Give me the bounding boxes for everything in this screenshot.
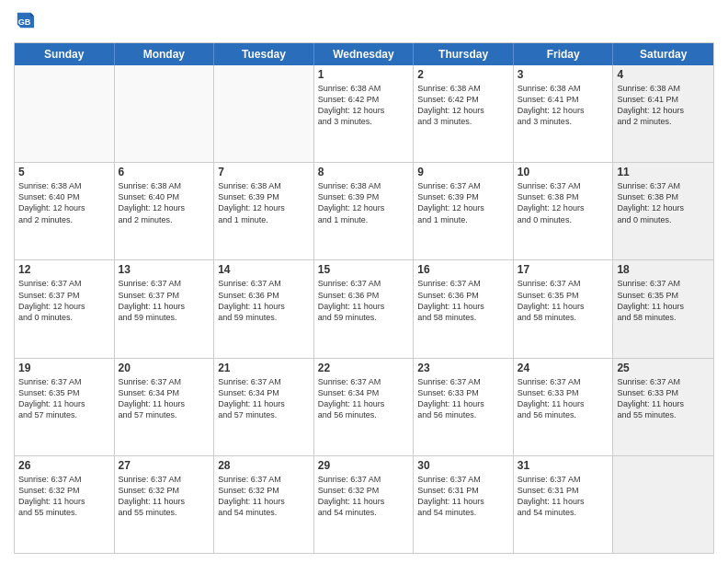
cal-cell: 10Sunrise: 6:37 AM Sunset: 6:38 PM Dayli… <box>514 163 614 259</box>
cal-cell <box>115 65 215 162</box>
cell-info: Sunrise: 6:38 AM Sunset: 6:42 PM Dayligh… <box>417 83 509 128</box>
cell-info: Sunrise: 6:38 AM Sunset: 6:40 PM Dayligh… <box>18 180 110 225</box>
cell-info: Sunrise: 6:37 AM Sunset: 6:39 PM Dayligh… <box>417 180 509 225</box>
cell-info: Sunrise: 6:37 AM Sunset: 6:36 PM Dayligh… <box>318 278 410 323</box>
header-day-monday: Monday <box>115 43 215 65</box>
day-number: 22 <box>318 362 410 374</box>
cal-cell: 23Sunrise: 6:37 AM Sunset: 6:33 PM Dayli… <box>414 359 514 455</box>
cell-info: Sunrise: 6:37 AM Sunset: 6:35 PM Dayligh… <box>18 376 110 421</box>
week-row-4: 26Sunrise: 6:37 AM Sunset: 6:32 PM Dayli… <box>15 456 713 553</box>
cal-cell: 11Sunrise: 6:37 AM Sunset: 6:38 PM Dayli… <box>613 163 713 259</box>
cal-cell: 18Sunrise: 6:37 AM Sunset: 6:35 PM Dayli… <box>613 260 713 357</box>
cal-cell: 30Sunrise: 6:37 AM Sunset: 6:31 PM Dayli… <box>414 456 514 553</box>
cal-cell: 16Sunrise: 6:37 AM Sunset: 6:36 PM Dayli… <box>414 260 514 357</box>
cell-info: Sunrise: 6:37 AM Sunset: 6:38 PM Dayligh… <box>518 180 609 225</box>
cell-info: Sunrise: 6:38 AM Sunset: 6:41 PM Dayligh… <box>617 83 710 128</box>
cell-info: Sunrise: 6:37 AM Sunset: 6:37 PM Dayligh… <box>119 278 210 323</box>
day-number: 9 <box>417 166 509 178</box>
cal-cell: 12Sunrise: 6:37 AM Sunset: 6:37 PM Dayli… <box>15 260 115 357</box>
calendar-body: 1Sunrise: 6:38 AM Sunset: 6:42 PM Daylig… <box>15 65 713 553</box>
cal-cell: 13Sunrise: 6:37 AM Sunset: 6:37 PM Dayli… <box>115 260 215 357</box>
day-number: 10 <box>518 166 609 178</box>
cell-info: Sunrise: 6:37 AM Sunset: 6:33 PM Dayligh… <box>417 376 509 421</box>
page: GB SundayMondayTuesdayWednesdayThursdayF… <box>0 0 728 563</box>
cal-cell: 5Sunrise: 6:38 AM Sunset: 6:40 PM Daylig… <box>15 163 115 259</box>
cal-cell: 26Sunrise: 6:37 AM Sunset: 6:32 PM Dayli… <box>15 456 115 553</box>
header-day-friday: Friday <box>514 43 614 65</box>
day-number: 11 <box>617 166 710 178</box>
day-number: 31 <box>518 459 609 472</box>
day-number: 29 <box>318 459 410 472</box>
week-row-1: 5Sunrise: 6:38 AM Sunset: 6:40 PM Daylig… <box>15 163 713 260</box>
svg-marker-1 <box>30 13 34 17</box>
day-number: 25 <box>617 362 710 374</box>
cell-info: Sunrise: 6:37 AM Sunset: 6:31 PM Dayligh… <box>417 474 509 519</box>
cal-cell: 3Sunrise: 6:38 AM Sunset: 6:41 PM Daylig… <box>514 65 614 162</box>
cal-cell: 25Sunrise: 6:37 AM Sunset: 6:33 PM Dayli… <box>613 359 713 455</box>
cal-cell: 24Sunrise: 6:37 AM Sunset: 6:33 PM Dayli… <box>514 359 614 455</box>
cell-info: Sunrise: 6:37 AM Sunset: 6:32 PM Dayligh… <box>218 474 310 519</box>
cell-info: Sunrise: 6:37 AM Sunset: 6:36 PM Dayligh… <box>417 278 509 323</box>
cell-info: Sunrise: 6:37 AM Sunset: 6:32 PM Dayligh… <box>18 474 110 519</box>
cal-cell: 17Sunrise: 6:37 AM Sunset: 6:35 PM Dayli… <box>514 260 614 357</box>
day-number: 24 <box>518 362 609 374</box>
header-day-saturday: Saturday <box>613 43 713 65</box>
logo-icon: GB <box>16 9 34 31</box>
day-number: 8 <box>318 166 410 178</box>
cell-info: Sunrise: 6:37 AM Sunset: 6:32 PM Dayligh… <box>318 474 410 519</box>
logo: GB <box>14 9 38 35</box>
day-number: 23 <box>417 362 509 374</box>
cal-cell: 9Sunrise: 6:37 AM Sunset: 6:39 PM Daylig… <box>414 163 514 259</box>
cell-info: Sunrise: 6:37 AM Sunset: 6:33 PM Dayligh… <box>617 376 710 421</box>
cell-info: Sunrise: 6:38 AM Sunset: 6:39 PM Dayligh… <box>318 180 410 225</box>
cell-info: Sunrise: 6:37 AM Sunset: 6:34 PM Dayligh… <box>218 376 310 421</box>
cal-cell <box>613 456 713 553</box>
cell-info: Sunrise: 6:37 AM Sunset: 6:37 PM Dayligh… <box>18 278 110 323</box>
cal-cell: 20Sunrise: 6:37 AM Sunset: 6:34 PM Dayli… <box>115 359 215 455</box>
cal-cell: 27Sunrise: 6:37 AM Sunset: 6:32 PM Dayli… <box>115 456 215 553</box>
day-number: 17 <box>518 263 609 276</box>
day-number: 2 <box>417 68 509 81</box>
cell-info: Sunrise: 6:37 AM Sunset: 6:38 PM Dayligh… <box>617 180 710 225</box>
day-number: 13 <box>119 263 210 276</box>
day-number: 1 <box>318 68 410 81</box>
header-day-sunday: Sunday <box>15 43 115 65</box>
cal-cell: 14Sunrise: 6:37 AM Sunset: 6:36 PM Dayli… <box>214 260 314 357</box>
cell-info: Sunrise: 6:38 AM Sunset: 6:39 PM Dayligh… <box>218 180 310 225</box>
cal-cell: 28Sunrise: 6:37 AM Sunset: 6:32 PM Dayli… <box>214 456 314 553</box>
cal-cell <box>15 65 115 162</box>
cal-cell: 19Sunrise: 6:37 AM Sunset: 6:35 PM Dayli… <box>15 359 115 455</box>
day-number: 14 <box>218 263 310 276</box>
calendar-header: SundayMondayTuesdayWednesdayThursdayFrid… <box>15 43 713 65</box>
day-number: 21 <box>218 362 310 374</box>
day-number: 27 <box>119 459 210 472</box>
cal-cell: 21Sunrise: 6:37 AM Sunset: 6:34 PM Dayli… <box>214 359 314 455</box>
day-number: 28 <box>218 459 310 472</box>
cell-info: Sunrise: 6:37 AM Sunset: 6:35 PM Dayligh… <box>518 278 609 323</box>
cal-cell: 2Sunrise: 6:38 AM Sunset: 6:42 PM Daylig… <box>414 65 514 162</box>
day-number: 3 <box>518 68 609 81</box>
cell-info: Sunrise: 6:37 AM Sunset: 6:33 PM Dayligh… <box>518 376 609 421</box>
cell-info: Sunrise: 6:38 AM Sunset: 6:40 PM Dayligh… <box>119 180 210 225</box>
day-number: 5 <box>18 166 110 178</box>
day-number: 16 <box>417 263 509 276</box>
cal-cell: 4Sunrise: 6:38 AM Sunset: 6:41 PM Daylig… <box>613 65 713 162</box>
day-number: 20 <box>119 362 210 374</box>
week-row-2: 12Sunrise: 6:37 AM Sunset: 6:37 PM Dayli… <box>15 260 713 358</box>
day-number: 12 <box>18 263 110 276</box>
cell-info: Sunrise: 6:37 AM Sunset: 6:34 PM Dayligh… <box>119 376 210 421</box>
cal-cell: 7Sunrise: 6:38 AM Sunset: 6:39 PM Daylig… <box>214 163 314 259</box>
week-row-3: 19Sunrise: 6:37 AM Sunset: 6:35 PM Dayli… <box>15 359 713 456</box>
cal-cell: 31Sunrise: 6:37 AM Sunset: 6:31 PM Dayli… <box>514 456 614 553</box>
cell-info: Sunrise: 6:37 AM Sunset: 6:31 PM Dayligh… <box>518 474 609 519</box>
header-day-wednesday: Wednesday <box>314 43 415 65</box>
cell-info: Sunrise: 6:37 AM Sunset: 6:35 PM Dayligh… <box>617 278 710 323</box>
calendar: SundayMondayTuesdayWednesdayThursdayFrid… <box>14 42 714 554</box>
day-number: 6 <box>119 166 210 178</box>
cell-info: Sunrise: 6:37 AM Sunset: 6:36 PM Dayligh… <box>218 278 310 323</box>
week-row-0: 1Sunrise: 6:38 AM Sunset: 6:42 PM Daylig… <box>15 65 713 163</box>
day-number: 30 <box>417 459 509 472</box>
cell-info: Sunrise: 6:37 AM Sunset: 6:32 PM Dayligh… <box>119 474 210 519</box>
cal-cell: 8Sunrise: 6:38 AM Sunset: 6:39 PM Daylig… <box>314 163 415 259</box>
day-number: 15 <box>318 263 410 276</box>
